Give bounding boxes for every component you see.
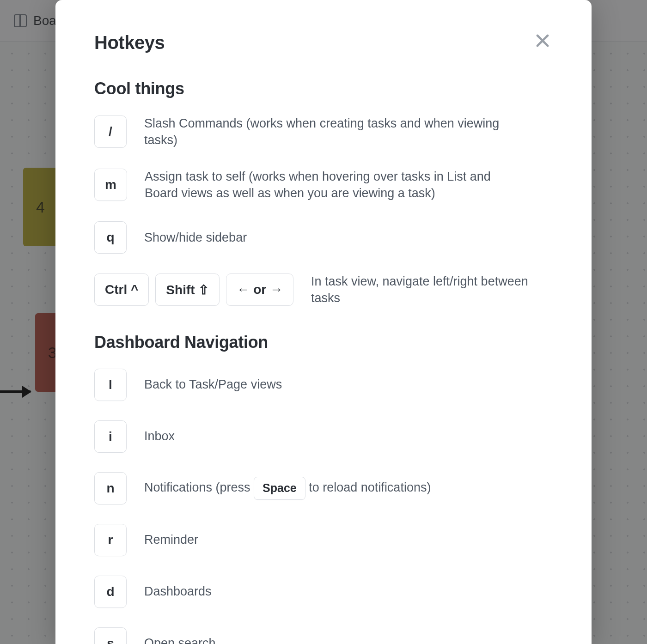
hotkey-keys: l	[94, 369, 127, 401]
keycap: r	[94, 524, 127, 556]
hotkey-keys: /	[94, 115, 127, 148]
close-button[interactable]	[532, 30, 553, 51]
modal-header: Hotkeys	[94, 32, 553, 53]
hotkey-description: Dashboards	[144, 583, 212, 600]
keycap: d	[94, 576, 127, 608]
hotkey-row: rReminder	[94, 524, 553, 556]
hotkey-description: In task view, navigate left/right betwee…	[311, 273, 553, 307]
hotkey-row: iInbox	[94, 420, 553, 453]
hotkey-description: Assign task to self (works when hovering…	[145, 168, 505, 202]
hotkey-list: lBack to Task/Page viewsiInboxnNotificat…	[94, 369, 553, 644]
hotkey-row: Ctrl ^Shift ⇧← or →In task view, navigat…	[94, 273, 553, 307]
hotkey-keys: n	[94, 472, 127, 504]
keycap-inline: Space	[254, 477, 305, 500]
hotkey-list: /Slash Commands (works when creating tas…	[94, 115, 553, 307]
hotkey-keys: s	[94, 627, 127, 644]
hotkey-description-suffix: to reload notifications)	[305, 480, 431, 494]
keycap: s	[94, 627, 127, 644]
keycap: q	[94, 221, 127, 254]
hotkey-description: Back to Task/Page views	[144, 376, 282, 393]
keycap: Shift ⇧	[155, 273, 220, 306]
section-title: Dashboard Navigation	[94, 333, 553, 352]
hotkey-keys: Ctrl ^Shift ⇧← or →	[94, 273, 293, 306]
hotkey-row: sOpen search	[94, 627, 553, 644]
hotkey-row: lBack to Task/Page views	[94, 369, 553, 401]
hotkey-row: nNotifications (press Space to reload no…	[94, 472, 553, 504]
hotkeys-modal: Hotkeys Cool things/Slash Commands (work…	[55, 0, 592, 644]
keycap: m	[94, 169, 127, 201]
hotkey-row: mAssign task to self (works when hoverin…	[94, 168, 553, 202]
hotkey-description: Notifications (press Space to reload not…	[144, 477, 431, 500]
keycap: Ctrl ^	[94, 273, 149, 306]
hotkey-description: Inbox	[144, 428, 175, 444]
hotkey-description: Open search	[144, 635, 216, 644]
modal-title: Hotkeys	[94, 32, 165, 53]
hotkey-keys: r	[94, 524, 127, 556]
section-title: Cool things	[94, 79, 553, 98]
hotkey-description: Reminder	[144, 531, 198, 548]
hotkey-description: Slash Commands (works when creating task…	[144, 115, 505, 149]
hotkey-keys: q	[94, 221, 127, 254]
hotkey-row: /Slash Commands (works when creating tas…	[94, 115, 553, 149]
hotkey-row: dDashboards	[94, 576, 553, 608]
hotkey-keys: i	[94, 420, 127, 453]
keycap: n	[94, 472, 127, 504]
close-icon	[534, 32, 551, 49]
keycap: /	[94, 115, 127, 148]
hotkey-description-prefix: Notifications (press	[144, 480, 254, 494]
hotkey-keys: m	[94, 169, 127, 201]
hotkey-row: qShow/hide sidebar	[94, 221, 553, 254]
hotkey-keys: d	[94, 576, 127, 608]
keycap: i	[94, 420, 127, 453]
hotkey-description: Show/hide sidebar	[144, 229, 247, 246]
keycap: ← or →	[226, 273, 293, 306]
keycap: l	[94, 369, 127, 401]
